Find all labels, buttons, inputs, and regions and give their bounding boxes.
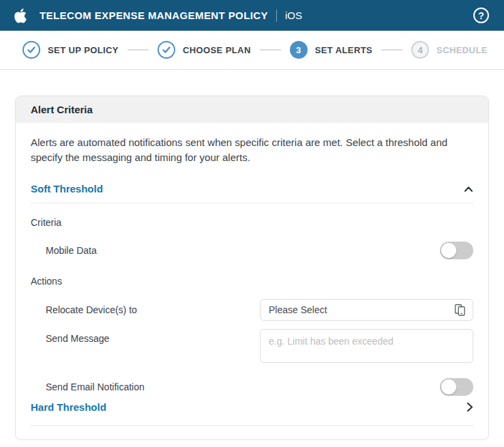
email-notification-label: Send Email Notification: [46, 381, 145, 392]
step-number-badge: 4: [411, 41, 429, 59]
relocate-devices-select[interactable]: Please Select: [260, 299, 473, 321]
apple-logo-icon: [14, 8, 27, 24]
send-message-input[interactable]: [260, 329, 473, 363]
step-label: CHOOSE PLAN: [183, 45, 251, 55]
step-number-badge: 3: [290, 41, 308, 59]
soft-threshold-section-toggle[interactable]: Soft Threshold: [31, 175, 473, 203]
platform-label: iOS: [285, 10, 302, 21]
step-complete-check-icon: [23, 41, 40, 59]
hard-threshold-link[interactable]: Hard Threshold: [31, 401, 106, 413]
relocate-devices-selected-value: Please Select: [269, 304, 454, 315]
actions-heading: Actions: [31, 276, 473, 287]
devices-icon: [454, 304, 466, 316]
hard-threshold-section-toggle[interactable]: Hard Threshold: [31, 396, 473, 426]
step-label: SET UP POLICY: [48, 45, 119, 55]
relocate-devices-label: Relocate Device(s) to: [46, 304, 137, 315]
card-title: Alert Criteria: [16, 96, 488, 123]
card-description: Alerts are automated notifications sent …: [31, 135, 473, 165]
step-connector: [260, 49, 281, 51]
chevron-up-icon[interactable]: [464, 186, 473, 192]
relocate-devices-row: Relocate Device(s) to Please Select: [31, 299, 473, 321]
email-notification-row: Send Email Notification: [31, 378, 473, 396]
main-content: Alert Criteria Alerts are automated noti…: [0, 70, 504, 440]
step-connector: [381, 49, 402, 51]
page-title: TELECOM EXPENSE MANAGEMENT POLICY: [40, 10, 268, 21]
stepper-step-set-alerts[interactable]: 3 SET ALERTS: [290, 41, 372, 59]
step-label: SCHEDULE: [436, 45, 488, 55]
title-divider: [276, 10, 277, 22]
alert-criteria-card: Alert Criteria Alerts are automated noti…: [15, 96, 489, 440]
toggle-knob: [441, 379, 456, 394]
criteria-heading: Criteria: [31, 217, 473, 228]
chevron-right-icon[interactable]: [466, 402, 473, 412]
email-notification-toggle[interactable]: [440, 378, 473, 396]
step-connector: [128, 49, 149, 51]
toggle-knob: [441, 243, 456, 258]
stepper-step-schedule[interactable]: 4 SCHEDULE: [411, 41, 488, 59]
stepper-step-choose-plan[interactable]: CHOOSE PLAN: [158, 41, 251, 59]
help-icon[interactable]: ?: [473, 8, 489, 23]
mobile-data-row: Mobile Data: [31, 242, 473, 259]
wizard-stepper: SET UP POLICY CHOOSE PLAN 3 SET ALERTS 4…: [0, 31, 504, 70]
mobile-data-label: Mobile Data: [46, 245, 97, 256]
app-header: TELECOM EXPENSE MANAGEMENT POLICY iOS ?: [0, 0, 504, 31]
stepper-step-set-up-policy[interactable]: SET UP POLICY: [23, 41, 119, 59]
step-label: SET ALERTS: [315, 45, 372, 55]
mobile-data-toggle[interactable]: [440, 242, 473, 259]
send-message-row: Send Message: [31, 329, 473, 363]
soft-threshold-link[interactable]: Soft Threshold: [31, 183, 103, 194]
step-complete-check-icon: [158, 41, 175, 59]
send-message-label: Send Message: [46, 333, 109, 344]
